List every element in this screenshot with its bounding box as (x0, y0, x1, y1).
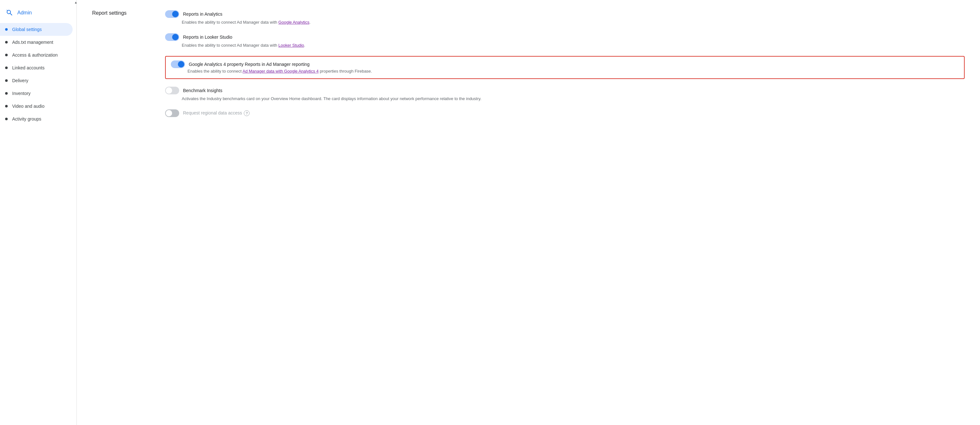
nav-dot (5, 28, 8, 31)
setting-header-reports-in-analytics: Reports in Analytics (165, 10, 965, 18)
setting-label-reports-in-looker-studio: Reports in Looker Studio (183, 35, 232, 40)
toggle-request-regional-data-access[interactable] (165, 109, 179, 117)
nav-dot (5, 118, 8, 120)
sidebar-item-ads-txt-management[interactable]: Ads.txt management (0, 36, 73, 49)
nav-dot (5, 67, 8, 69)
setting-header-reports-in-looker-studio: Reports in Looker Studio (165, 33, 965, 41)
sidebar-item-delivery[interactable]: Delivery (0, 74, 73, 87)
setting-description-reports-in-analytics: Enables the ability to connect Ad Manage… (165, 19, 965, 25)
sidebar-item-label: Ads.txt management (12, 40, 53, 45)
sidebar-item-label: Inventory (12, 91, 31, 96)
toggle-reports-in-analytics[interactable] (165, 10, 179, 18)
setting-header-benchmark-insights: Benchmark Insights (165, 87, 965, 94)
settings-list: Reports in AnalyticsEnables the ability … (165, 10, 965, 117)
nav-dot (5, 54, 8, 56)
toggle-thumb (178, 61, 184, 68)
setting-label-request-regional-data-access: Request regional data access? (183, 110, 250, 116)
toggle-benchmark-insights[interactable] (165, 87, 179, 94)
setting-item-highlighted-ga4-reports: Google Analytics 4 property Reports in A… (165, 56, 965, 79)
setting-item-reports-in-looker-studio: Reports in Looker StudioEnables the abil… (165, 33, 965, 49)
admin-label: Admin (17, 10, 32, 16)
admin-header[interactable]: Admin (0, 5, 76, 23)
nav-dot (5, 105, 8, 108)
setting-header-request-regional-data-access: Request regional data access? (165, 109, 965, 117)
setting-header-ga4-reports: Google Analytics 4 property Reports in A… (171, 60, 959, 68)
toggle-reports-in-looker-studio[interactable] (165, 33, 179, 41)
nav-dot (5, 79, 8, 82)
setting-item-request-regional-data-access: Request regional data access? (165, 109, 965, 117)
sidebar: Admin Global settingsAds.txt managementA… (0, 0, 77, 425)
admin-icon (5, 8, 14, 17)
sidebar-item-activity-groups[interactable]: Activity groups (0, 113, 73, 125)
toggle-thumb (166, 87, 172, 94)
setting-link-ga4-reports[interactable]: Ad Manager data with Google Analytics 4 (242, 69, 319, 73)
sidebar-item-label: Global settings (12, 27, 42, 32)
toggle-ga4-reports[interactable] (171, 60, 185, 68)
sidebar-item-label: Video and audio (12, 104, 45, 109)
sidebar-item-label: Delivery (12, 78, 29, 83)
toggle-thumb (166, 110, 172, 116)
sidebar-item-linked-accounts[interactable]: Linked accounts (0, 62, 73, 74)
sidebar-item-label: Activity groups (12, 116, 41, 122)
toggle-thumb (172, 11, 178, 17)
sidebar-item-label: Linked accounts (12, 65, 45, 70)
setting-item-reports-in-analytics: Reports in AnalyticsEnables the ability … (165, 10, 965, 25)
sidebar-item-label: Access & authorization (12, 52, 57, 57)
sidebar-items: Global settingsAds.txt managementAccess … (0, 23, 76, 125)
section-title: Report settings (92, 10, 150, 16)
setting-item-benchmark-insights: Benchmark InsightsActivates the Industry… (165, 87, 965, 102)
sidebar-item-access-authorization[interactable]: Access & authorization (0, 49, 73, 62)
setting-description-reports-in-looker-studio: Enables the ability to connect Ad Manage… (165, 42, 965, 49)
setting-label-benchmark-insights: Benchmark Insights (183, 88, 222, 93)
setting-link-reports-in-analytics[interactable]: Google Analytics (278, 20, 309, 25)
setting-label-ga4-reports: Google Analytics 4 property Reports in A… (189, 62, 309, 67)
sidebar-item-inventory[interactable]: Inventory (0, 87, 73, 100)
setting-description-benchmark-insights: Activates the Industry benchmarks card o… (165, 96, 965, 102)
setting-description-ga4-reports: Enables the ability to connect Ad Manage… (171, 68, 959, 75)
toggle-thumb (172, 34, 178, 40)
nav-dot (5, 92, 8, 95)
sidebar-item-global-settings[interactable]: Global settings (0, 23, 73, 36)
nav-dot (5, 41, 8, 43)
sidebar-item-video-and-audio[interactable]: Video and audio (0, 100, 73, 113)
help-icon[interactable]: ? (244, 110, 250, 116)
main-content: Report settings Reports in AnalyticsEnab… (77, 0, 980, 425)
setting-label-reports-in-analytics: Reports in Analytics (183, 11, 222, 17)
setting-link-reports-in-looker-studio[interactable]: Looker Studio (278, 43, 304, 48)
